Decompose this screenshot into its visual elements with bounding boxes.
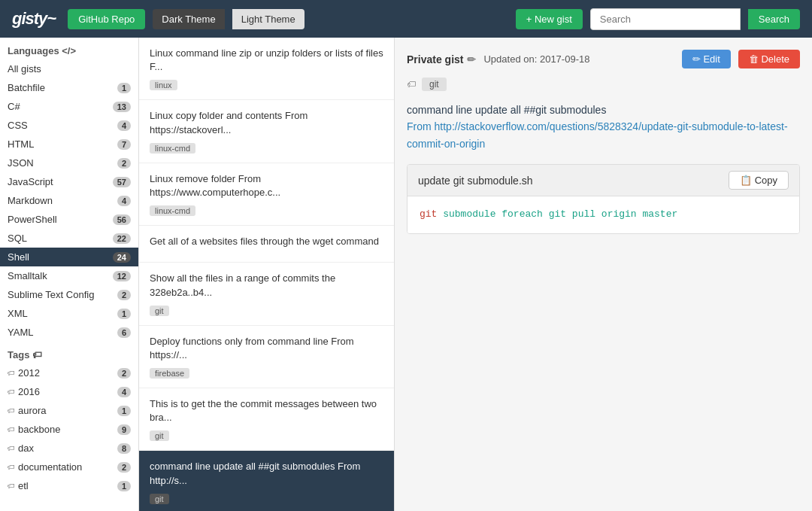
sidebar: Languages </> All gistsBatchfile1C#13CSS…	[0, 38, 139, 511]
tag-label: dax	[18, 443, 34, 454]
tag-badge: 1	[117, 406, 131, 416]
tag-item-aurora[interactable]: 🏷aurora1	[0, 401, 138, 420]
list-item[interactable]: This is to get the the commit messages b…	[139, 388, 394, 451]
gist-detail: Private gist ✏ Updated on: 2017-09-18 ✏ …	[395, 38, 812, 511]
sidebar-item-c-[interactable]: C#13	[0, 97, 138, 116]
description-line1: command line update all ##git submodules	[407, 102, 800, 118]
gist-title: Linux command line zip or unzip folders …	[150, 47, 383, 74]
sidebar-item-smalltalk[interactable]: Smalltalk12	[0, 266, 138, 285]
sidebar-item-label: SQL	[8, 233, 27, 244]
sidebar-item-label: HTML	[8, 138, 34, 150]
sidebar-item-json[interactable]: JSON2	[0, 154, 138, 172]
sidebar-item-markdown[interactable]: Markdown4	[0, 191, 138, 210]
list-item[interactable]: Linux command line zip or unzip folders …	[139, 38, 394, 100]
sidebar-item-badge: 2	[117, 158, 131, 169]
github-repo-button[interactable]: GitHub Repo	[68, 9, 145, 29]
tag-bullet-icon: 🏷	[8, 369, 15, 377]
list-item[interactable]: Get all of a websites files through the …	[139, 226, 394, 263]
main-layout: Languages </> All gistsBatchfile1C#13CSS…	[0, 38, 812, 511]
list-item[interactable]: Linux remove folder From https://www.com…	[139, 163, 394, 226]
tag-list: 🏷20122🏷20164🏷aurora1🏷backbone9🏷dax8🏷docu…	[0, 363, 138, 495]
sidebar-item-powershell[interactable]: PowerShell56	[0, 210, 138, 229]
sidebar-item-xml[interactable]: XML1	[0, 304, 138, 323]
sidebar-item-label: Sublime Text Config	[8, 289, 94, 300]
private-badge: Private gist ✏	[407, 53, 476, 65]
sidebar-item-badge: 4	[117, 120, 131, 131]
gist-tag: linux-cmd	[150, 205, 195, 216]
sidebar-item-badge: 57	[113, 177, 131, 187]
tag-item-2016[interactable]: 🏷20164	[0, 382, 138, 401]
gist-title: Linux copy folder and contents From http…	[150, 109, 383, 136]
tag-label: 2016	[18, 386, 40, 397]
code-keyword: git	[420, 208, 437, 220]
code-command: submodule foreach git pull origin master	[443, 208, 677, 220]
header: gisty~ GitHub Repo Dark Theme Light Them…	[0, 0, 812, 38]
list-item[interactable]: command line update all ##git submodules…	[139, 451, 394, 511]
tag-badge: 1	[117, 481, 131, 491]
tag-badge: 8	[117, 443, 131, 454]
gist-tag: firebase	[150, 368, 189, 379]
tag-label: documentation	[18, 461, 82, 473]
sidebar-item-label: Batchfile	[8, 82, 45, 93]
tag-label: etl	[18, 480, 29, 491]
tag-badge: 2	[117, 368, 131, 379]
new-gist-button[interactable]: + New gist	[516, 9, 583, 29]
gist-title: This is to get the the commit messages b…	[150, 397, 383, 424]
list-item[interactable]: Deploy functions only from command line …	[139, 326, 394, 388]
tag-label: 2012	[18, 367, 40, 379]
sidebar-item-label: CSS	[8, 120, 28, 131]
detail-tag: git	[422, 78, 447, 91]
tag-label: backbone	[18, 424, 60, 435]
gist-tag: git	[150, 494, 169, 504]
tag-item-dax[interactable]: 🏷dax8	[0, 439, 138, 458]
sidebar-item-label: JSON	[8, 157, 34, 169]
sidebar-item-html[interactable]: HTML7	[0, 135, 138, 154]
sidebar-item-badge: 7	[117, 139, 131, 150]
gist-title: Show all the files in a range of commits…	[150, 272, 383, 299]
list-item[interactable]: Show all the files in a range of commits…	[139, 263, 394, 325]
tag-item-etl[interactable]: 🏷etl1	[0, 476, 138, 495]
pencil-icon: ✏	[467, 53, 476, 65]
sidebar-item-badge: 56	[113, 214, 131, 225]
gist-title: command line update all ##git submodules…	[150, 460, 383, 487]
light-theme-button[interactable]: Light Theme	[232, 9, 304, 29]
copy-button[interactable]: 📋 Copy	[729, 171, 789, 190]
logo: gisty~	[12, 9, 56, 29]
search-button[interactable]: Search	[748, 9, 800, 29]
tag-item-documentation[interactable]: 🏷documentation2	[0, 458, 138, 476]
sidebar-item-batchfile[interactable]: Batchfile1	[0, 78, 138, 97]
sidebar-item-label: JavaScript	[8, 176, 53, 187]
sidebar-item-badge: 6	[117, 327, 131, 338]
search-input[interactable]	[590, 8, 741, 30]
sidebar-item-label: XML	[8, 308, 28, 319]
sidebar-item-sublime-text-config[interactable]: Sublime Text Config2	[0, 285, 138, 304]
sidebar-item-label: PowerShell	[8, 214, 57, 225]
sidebar-item-javascript[interactable]: JavaScript57	[0, 172, 138, 191]
sidebar-item-yaml[interactable]: YAML6	[0, 323, 138, 342]
tag-item-2012[interactable]: 🏷20122	[0, 363, 138, 382]
sidebar-item-sql[interactable]: SQL22	[0, 229, 138, 248]
description-link[interactable]: From http://stackoverflow.com/questions/…	[407, 120, 788, 149]
gist-tag: linux-cmd	[150, 143, 195, 154]
language-list: All gistsBatchfile1C#13CSS4HTML7JSON2Jav…	[0, 59, 138, 342]
tag-bullet-icon: 🏷	[8, 482, 15, 490]
tag-item-backbone[interactable]: 🏷backbone9	[0, 420, 138, 439]
code-filename: update git submodule.sh	[418, 175, 533, 187]
list-item[interactable]: Linux copy folder and contents From http…	[139, 100, 394, 163]
dark-theme-button[interactable]: Dark Theme	[153, 9, 224, 29]
languages-title: Languages </>	[0, 38, 138, 59]
sidebar-item-css[interactable]: CSS4	[0, 116, 138, 135]
tag-bullet-icon: 🏷	[8, 388, 15, 396]
gist-tag: git	[150, 306, 169, 316]
edit-button[interactable]: ✏ Edit	[682, 50, 731, 68]
sidebar-item-shell[interactable]: Shell24	[0, 248, 138, 266]
tags-title: Tags 🏷	[0, 342, 138, 363]
sidebar-item-badge: 2	[117, 290, 131, 300]
delete-button[interactable]: 🗑 Delete	[738, 50, 800, 68]
sidebar-item-badge: 12	[113, 271, 131, 281]
gist-tag: linux	[150, 80, 177, 90]
code-body: git submodule foreach git pull origin ma…	[408, 196, 799, 233]
sidebar-item-all-gists[interactable]: All gists	[0, 59, 138, 78]
sidebar-item-label: C#	[8, 101, 20, 112]
tag-badge: 9	[117, 424, 131, 435]
